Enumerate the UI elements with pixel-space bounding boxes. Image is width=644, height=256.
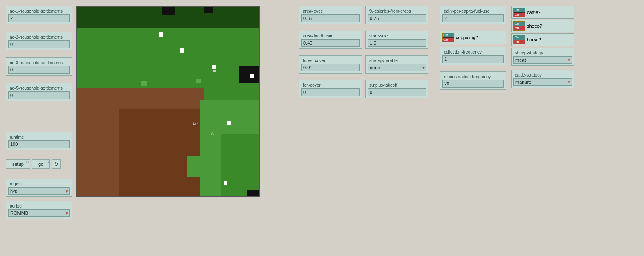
- svg-rect-20: [227, 121, 231, 125]
- surplus-label: surplus-takeoff: [368, 82, 426, 88]
- svg-rect-28: [196, 79, 201, 83]
- no-3-household-input[interactable]: [8, 66, 70, 74]
- store-size-input[interactable]: [368, 39, 426, 47]
- svg-rect-8: [119, 109, 204, 197]
- region-label: region: [8, 181, 70, 187]
- setup-button[interactable]: setup S: [6, 159, 30, 169]
- cattle-strategy-label: cattle-strategy: [513, 72, 572, 78]
- cattle-on-label: On: [514, 8, 525, 13]
- area-levee-input[interactable]: [301, 14, 360, 22]
- horse-panel: On Off horse?: [511, 33, 574, 46]
- daily-fuel-label: daily-per-capita-fuel-use: [442, 8, 504, 14]
- period-select[interactable]: ROMMB: [8, 209, 70, 217]
- coppicing-on-label: On: [443, 33, 454, 38]
- daily-fuel-input[interactable]: [442, 14, 504, 22]
- no-2-household-input[interactable]: [8, 40, 70, 48]
- coppicing-row: On Off coppicing?: [442, 33, 504, 42]
- fen-cover-label: fen-cover: [301, 82, 360, 88]
- strategy-arable-dropdown-wrapper: none ▼: [368, 64, 426, 71]
- sheep-strategy-select[interactable]: meat wool milk: [513, 56, 572, 64]
- svg-rect-12: [247, 190, 260, 197]
- area-floodbasin-panel: area-floodbasin: [299, 31, 362, 49]
- refresh-button[interactable]: ↻: [52, 159, 61, 169]
- sheep-off-label: Off: [514, 26, 525, 31]
- coppicing-text-label: coppicing?: [456, 35, 478, 40]
- svg-rect-17: [212, 65, 216, 69]
- fen-cover-panel: fen-cover: [299, 80, 362, 98]
- horse-off-label: Off: [514, 40, 525, 44]
- cattle-toggle[interactable]: On Off: [513, 8, 525, 17]
- region-dropdown-wrapper: hyp ▼: [8, 187, 70, 195]
- strategy-arable-select[interactable]: none: [368, 64, 426, 71]
- area-levee-panel: area-levee: [299, 6, 362, 24]
- cattle-panel: On Off cattle?: [511, 6, 574, 19]
- control-buttons: setup S go G ↻: [6, 159, 61, 169]
- region-select[interactable]: hyp: [8, 187, 70, 195]
- strategy-arable-label: strategy-arable: [368, 57, 426, 64]
- svg-rect-15: [159, 32, 163, 37]
- svg-text:⌂: ⌂: [193, 120, 196, 126]
- sheep-toggle[interactable]: On Off: [513, 21, 525, 31]
- no-3-household-label: no-3-household-settlements: [8, 60, 70, 66]
- horse-row: On Off horse?: [513, 35, 572, 44]
- coppicing-toggle[interactable]: On Off: [442, 33, 454, 42]
- calories-input[interactable]: [368, 14, 426, 22]
- no-5-household-panel: no-5-household-settlements: [6, 83, 72, 101]
- runtime-input[interactable]: [8, 140, 70, 148]
- store-size-label: store-size: [368, 33, 426, 39]
- cattle-strategy-select[interactable]: manure meat milk: [513, 78, 572, 86]
- sheep-text-label: sheep?: [527, 23, 542, 28]
- no-5-household-input[interactable]: [8, 91, 70, 99]
- area-floodbasin-label: area-floodbasin: [301, 33, 360, 39]
- no-2-household-label: no-2-household-settlements: [8, 34, 70, 40]
- area-floodbasin-input[interactable]: [301, 39, 360, 47]
- horse-on-label: On: [514, 35, 525, 40]
- store-size-panel: store-size: [365, 31, 428, 49]
- sheep-strategy-dropdown-wrapper: meat wool milk ▼: [513, 56, 572, 64]
- collection-freq-panel: collection-frequency: [440, 47, 506, 65]
- svg-rect-13: [162, 7, 175, 15]
- horse-toggle[interactable]: On Off: [513, 35, 525, 44]
- svg-rect-16: [180, 48, 184, 53]
- reconstruction-freq-input[interactable]: [442, 80, 504, 88]
- svg-text:⌂: ⌂: [211, 131, 214, 137]
- period-label: period: [8, 203, 70, 209]
- collection-freq-input[interactable]: [442, 55, 504, 63]
- svg-rect-27: [141, 81, 147, 86]
- svg-rect-21: [224, 181, 227, 185]
- region-panel: region hyp ▼: [6, 179, 72, 197]
- sheep-on-label: On: [514, 22, 525, 26]
- no-3-household-panel: no-3-household-settlements: [6, 57, 72, 76]
- svg-rect-14: [204, 7, 213, 13]
- reconstruction-freq-panel: reconstruction-frequency: [440, 71, 506, 90]
- sheep-strategy-panel: sheep-strategy meat wool milk ▼: [511, 48, 574, 66]
- surplus-panel: surplus-takeoff: [365, 80, 428, 98]
- daily-fuel-panel: daily-per-capita-fuel-use: [440, 6, 506, 24]
- calories-panel: %-calories-from-crops: [365, 6, 428, 24]
- cattle-strategy-panel: cattle-strategy manure meat milk ▼: [511, 70, 574, 88]
- go-button[interactable]: go G: [32, 159, 50, 169]
- reconstruction-freq-label: reconstruction-frequency: [442, 74, 504, 80]
- forest-cover-panel: forest-cover: [299, 55, 362, 74]
- surplus-input[interactable]: [368, 88, 426, 96]
- no-1-household-input[interactable]: [8, 14, 70, 22]
- svg-rect-19: [250, 74, 254, 78]
- no-2-household-panel: no-2-household-settlements: [6, 32, 72, 50]
- svg-rect-11: [239, 66, 260, 83]
- sheep-strategy-label: sheep-strategy: [513, 50, 572, 56]
- fen-cover-input[interactable]: [301, 88, 360, 96]
- runtime-panel: runtime: [6, 132, 72, 150]
- strategy-arable-panel: strategy-arable none ▼: [365, 55, 428, 74]
- cattle-text-label: cattle?: [527, 10, 540, 15]
- coppicing-off-label: Off: [443, 38, 454, 42]
- cattle-off-label: Off: [514, 13, 525, 17]
- period-dropdown-wrapper: ROMMB ▼: [8, 209, 70, 217]
- svg-text:▪: ▪: [197, 121, 199, 125]
- area-levee-label: area-levee: [301, 8, 360, 14]
- forest-cover-input[interactable]: [301, 64, 360, 71]
- map-area: ⌂ ▪ ⌂ ▪: [76, 6, 260, 197]
- svg-rect-10: [221, 134, 260, 197]
- no-5-household-label: no-5-household-settlements: [8, 85, 70, 91]
- svg-text:▪: ▪: [215, 131, 217, 136]
- period-panel: period ROMMB ▼: [6, 201, 72, 219]
